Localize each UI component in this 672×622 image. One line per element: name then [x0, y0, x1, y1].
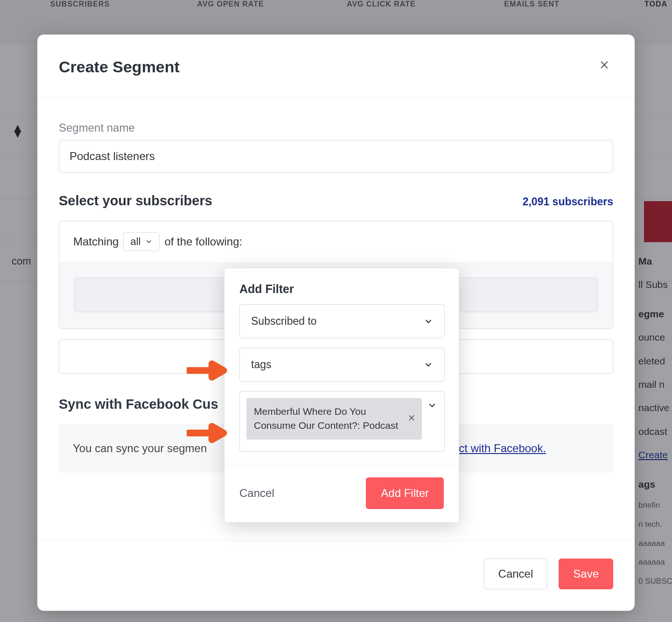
sync-text: You can sync your segmen — [73, 442, 207, 454]
annotation-arrow-icon — [187, 423, 229, 443]
tag-chip-label: Memberful Where Do You Consume Our Conte… — [254, 406, 398, 431]
matching-row: Matching all of the following: — [59, 221, 613, 262]
modal-footer: Cancel Save — [37, 540, 635, 611]
filter-type-select[interactable]: Subscribed to — [239, 304, 445, 338]
popover-title: Add Filter — [239, 282, 444, 296]
matching-post-text: of the following: — [164, 235, 242, 248]
popover-footer: Cancel Add Filter — [224, 464, 459, 522]
matching-pre-text: Matching — [73, 235, 119, 248]
annotation-arrow-icon — [187, 360, 229, 381]
chevron-down-icon — [427, 401, 437, 410]
segment-name-label: Segment name — [59, 121, 613, 134]
close-icon[interactable] — [595, 58, 613, 75]
matching-select[interactable]: all — [123, 232, 160, 251]
connect-facebook-link[interactable]: nect with Facebook. — [447, 442, 546, 454]
subscriber-count: 2,091 subscribers — [523, 196, 613, 208]
segment-name-input[interactable] — [59, 140, 613, 173]
filter-attribute-select[interactable]: tags — [239, 348, 445, 382]
cancel-button[interactable]: Cancel — [484, 559, 548, 589]
add-filter-popover: Add Filter Subscribed to tags Memberful … — [224, 268, 459, 523]
tag-value-select[interactable]: Memberful Where Do You Consume Our Conte… — [239, 391, 445, 452]
select-subscribers-title: Select your subscribers — [59, 193, 212, 209]
chevron-down-icon — [424, 360, 433, 370]
selected-tag-chip: Memberful Where Do You Consume Our Conte… — [246, 398, 422, 440]
remove-tag-icon[interactable] — [408, 413, 415, 424]
save-button[interactable]: Save — [559, 559, 613, 589]
popover-cancel-button[interactable]: Cancel — [239, 487, 274, 500]
chevron-down-icon — [145, 238, 153, 245]
popover-add-filter-button[interactable]: Add Filter — [366, 477, 444, 509]
modal-header: Create Segment — [37, 35, 635, 98]
modal-title: Create Segment — [59, 58, 180, 76]
chevron-down-icon — [424, 317, 433, 326]
